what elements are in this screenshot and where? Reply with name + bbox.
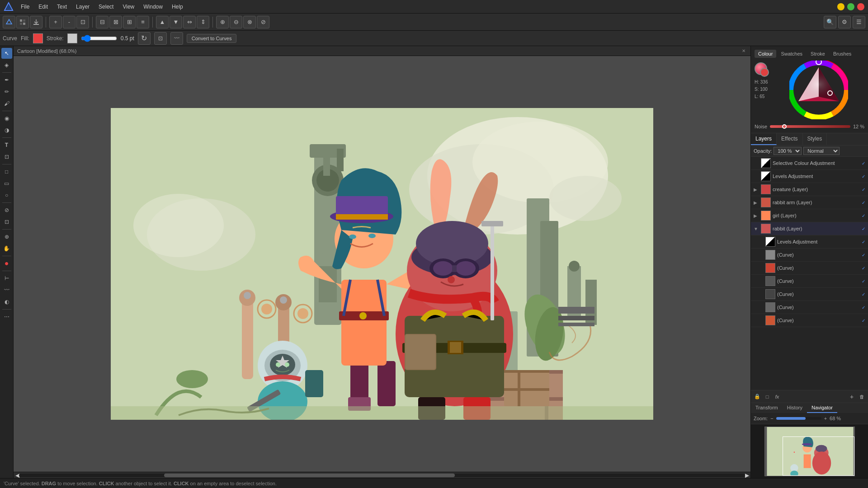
tool-eyedropper[interactable]: ⊘ [1, 205, 12, 216]
menu-text[interactable]: Text [53, 3, 71, 11]
tab-stroke[interactable]: Stroke [807, 50, 829, 58]
pressure-btn[interactable]: 〰 [170, 32, 183, 45]
tab-history[interactable]: History [783, 403, 807, 413]
zoom-fit-btn[interactable]: ⊡ [76, 16, 89, 28]
layer-visible-check[interactable]: ✓ [862, 200, 865, 205]
tab-transform[interactable]: Transform [751, 403, 783, 413]
zoom-out-btn[interactable]: - [63, 16, 75, 28]
layer-visible-check[interactable]: ✓ [862, 213, 865, 218]
menu-help[interactable]: Help [168, 3, 187, 11]
menu-view[interactable]: View [119, 3, 138, 11]
noise-slider-thumb[interactable] [782, 124, 787, 129]
tool-hand[interactable]: ✋ [1, 243, 12, 254]
layer-item[interactable]: (Curve) ✓ [751, 288, 868, 301]
color-wheel[interactable] [789, 61, 848, 119]
stroke-options-btn[interactable]: ↻ [138, 32, 151, 45]
tool-frame-text[interactable]: ⊡ [1, 151, 12, 162]
layer-item[interactable]: ▶ creature (Layer) ✓ [751, 183, 868, 196]
flip-h-btn[interactable]: ⇔ [183, 16, 196, 28]
menu-window[interactable]: Window [140, 3, 166, 11]
canvas-close-btn[interactable]: ✕ [741, 48, 747, 54]
align-center-btn[interactable]: ⊠ [109, 16, 122, 28]
minimize-button[interactable] [837, 3, 844, 10]
canvas-viewport[interactable] [14, 56, 750, 472]
close-button[interactable] [857, 3, 864, 10]
layer-item[interactable]: (Curve) ✓ [751, 301, 868, 314]
scroll-thumb[interactable] [164, 474, 454, 477]
layer-visible-check[interactable]: ✓ [862, 318, 865, 323]
layer-expand-arrow[interactable]: ▶ [754, 200, 759, 205]
zoom-in-btn[interactable]: + [49, 16, 62, 28]
tool-brush[interactable]: 🖌 [1, 98, 12, 109]
tool-rect[interactable]: ▭ [1, 178, 12, 189]
tool-node[interactable]: ◈ [1, 60, 12, 70]
align-right-btn[interactable]: ⊞ [123, 16, 136, 28]
tool-pencil[interactable]: ✏ [1, 86, 12, 97]
stroke-color-swatch[interactable] [67, 33, 77, 43]
send-back-btn[interactable]: ▼ [170, 16, 182, 28]
layer-item[interactable]: (Curve) ✓ [751, 249, 868, 262]
stroke-width-slider[interactable] [81, 35, 117, 42]
layer-delete-btn[interactable]: 🗑 [857, 392, 866, 401]
tab-effects[interactable]: Effects [777, 133, 802, 145]
layer-expand-arrow[interactable]: ▼ [754, 226, 759, 231]
tab-navigator[interactable]: Navigator [807, 403, 837, 413]
layer-expand-arrow[interactable]: ▶ [754, 187, 759, 192]
vector-persona-btn[interactable] [3, 16, 15, 28]
tool-move[interactable]: ↖ [1, 48, 12, 59]
tool-zoom[interactable]: ⊕ [1, 231, 12, 242]
divide-btn[interactable]: ⊘ [257, 16, 269, 28]
layer-item[interactable]: Levels Adjustment ✓ [751, 170, 868, 183]
maximize-button[interactable] [847, 3, 854, 10]
align-left-btn[interactable]: ⊟ [96, 16, 108, 28]
tool-measure[interactable]: ⊢ [1, 273, 12, 284]
tool-text[interactable]: T [1, 140, 12, 150]
intersect-btn[interactable]: ⊗ [243, 16, 256, 28]
bring-front-btn[interactable]: ▲ [156, 16, 169, 28]
tool-color-picker[interactable]: ● [1, 258, 12, 269]
pixel-persona-btn[interactable] [16, 16, 29, 28]
layer-visible-check[interactable]: ✓ [862, 292, 865, 297]
tool-gradient[interactable]: ◑ [1, 125, 12, 136]
zoom-minus-btn[interactable]: − [770, 416, 773, 421]
layer-item[interactable]: ▶ girl (Layer) ✓ [751, 209, 868, 222]
tool-pen[interactable]: ✒ [1, 75, 12, 85]
zoom-slider-thumb[interactable] [776, 417, 806, 420]
layer-item[interactable]: (Curve) ✓ [751, 275, 868, 288]
layer-item[interactable]: (Curve) ✓ [751, 314, 868, 327]
navigator-viewport-indicator[interactable] [783, 436, 854, 475]
tab-styles[interactable]: Styles [803, 133, 827, 145]
layer-expand-arrow[interactable]: ▶ [754, 213, 759, 218]
distribute-btn[interactable]: ≡ [137, 16, 149, 28]
tab-swatches[interactable]: Swatches [777, 50, 806, 58]
navigator-inner[interactable] [764, 427, 855, 476]
layer-item[interactable]: ▼ rabbit (Layer) ✓ [751, 222, 868, 235]
layer-visible-check[interactable]: ✓ [862, 226, 865, 231]
layer-visible-check[interactable]: ✓ [862, 161, 865, 166]
studio-btn[interactable]: ☰ [853, 16, 865, 28]
layer-visible-check[interactable]: ✓ [862, 279, 865, 284]
tab-colour[interactable]: Colour [755, 50, 776, 58]
menu-edit[interactable]: Edit [35, 3, 52, 11]
layer-group-btn[interactable]: □ [763, 392, 772, 401]
tool-extra[interactable]: ⋯ [1, 311, 12, 322]
layer-visible-check[interactable]: ✓ [862, 253, 865, 258]
layer-fx-btn[interactable]: fx [773, 392, 782, 401]
tool-burn-dodge[interactable]: ◐ [1, 296, 12, 307]
add-btn[interactable]: ⊕ [216, 16, 229, 28]
scroll-left-arrow[interactable]: ◀ [15, 472, 19, 479]
blend-mode-select[interactable]: Normal [803, 147, 840, 155]
scroll-right-arrow[interactable]: ▶ [745, 472, 749, 479]
layer-add-btn[interactable]: + [847, 392, 856, 401]
settings-btn[interactable]: ⚙ [838, 16, 851, 28]
tool-crop[interactable]: ⊡ [1, 216, 12, 227]
layer-lock-btn[interactable]: 🔒 [753, 392, 762, 401]
tab-brushes[interactable]: Brushes [830, 50, 855, 58]
tool-shape[interactable]: □ [1, 166, 12, 177]
horizontal-scrollbar[interactable]: ◀ ▶ [14, 472, 750, 478]
tool-ellipse[interactable]: ○ [1, 190, 12, 201]
tab-layers[interactable]: Layers [751, 133, 777, 145]
layer-visible-check[interactable]: ✓ [862, 266, 865, 271]
fill-color-swatch[interactable] [33, 33, 43, 43]
subtract-btn[interactable]: ⊖ [230, 16, 242, 28]
